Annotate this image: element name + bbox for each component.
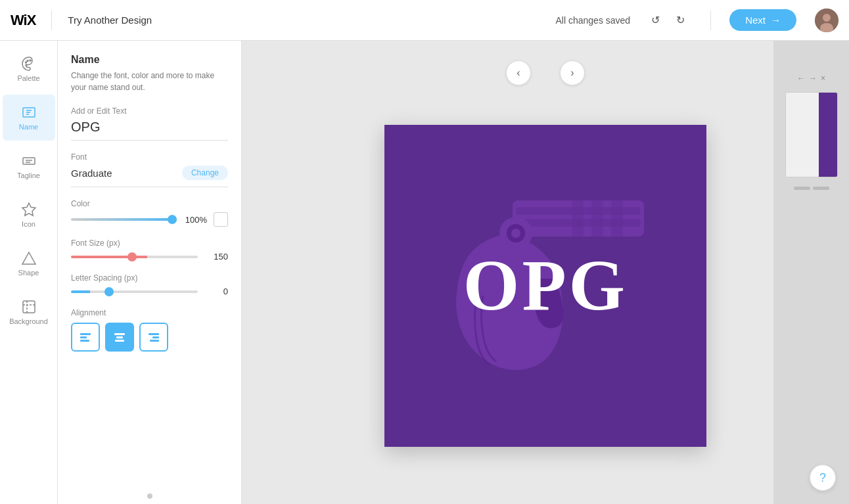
device-bottom-bars (794, 187, 829, 190)
change-font-button[interactable]: Change (182, 166, 228, 180)
prev-design-button[interactable]: ‹ (506, 60, 531, 85)
device-content (786, 93, 819, 177)
font-section: Font Graduate Change (71, 152, 228, 187)
preview-next[interactable]: → (809, 74, 817, 83)
palette-icon (21, 56, 37, 72)
preview-close[interactable]: × (821, 74, 825, 83)
alignment-label: Alignment (71, 308, 228, 317)
panel-resize-handle[interactable] (147, 493, 152, 499)
wix-logo: WiX (11, 12, 35, 29)
redo-button[interactable]: ↻ (671, 11, 689, 30)
svg-point-5 (27, 60, 28, 62)
align-right-icon (147, 331, 160, 344)
undo-button[interactable]: ↺ (646, 11, 664, 30)
color-percent-value: 100% (183, 215, 207, 225)
font-size-slider[interactable] (71, 256, 198, 258)
header: WiX Try Another Design All changes saved… (0, 0, 849, 41)
user-avatar[interactable] (815, 9, 838, 32)
letter-spacing-section: Letter Spacing (px) 0 (71, 273, 228, 296)
add-edit-label: Add or Edit Text (71, 106, 228, 116)
font-size-section: Font Size (px) 150 (71, 239, 228, 262)
svg-rect-16 (80, 333, 91, 335)
sidebar-item-name[interactable]: Name (3, 95, 55, 141)
right-preview-panel: ← → × (773, 41, 849, 504)
name-label: Name (19, 123, 38, 131)
color-section: Color 100% (71, 199, 228, 227)
prev-arrow-icon: ‹ (516, 67, 520, 79)
color-swatch[interactable] (214, 212, 228, 227)
align-left-button[interactable] (71, 323, 100, 352)
next-label: Next (745, 14, 766, 26)
help-button[interactable]: ? (810, 465, 836, 491)
main-layout: Palette Name Tagline Icon (0, 41, 849, 504)
logo-card: OPG (384, 125, 706, 447)
avatar-image (815, 9, 838, 32)
panel-description: Change the font, color and more to make … (71, 70, 228, 93)
svg-point-33 (511, 229, 520, 238)
align-left-icon (79, 331, 92, 344)
svg-point-4 (25, 62, 26, 63)
font-size-label: Font Size (px) (71, 239, 228, 248)
header-divider (51, 11, 52, 30)
svg-rect-24 (150, 340, 159, 342)
logo-text: OPG (463, 244, 628, 327)
svg-rect-18 (80, 340, 89, 342)
device-purple-bar (819, 93, 837, 177)
background-label: Background (9, 317, 48, 325)
undo-redo-controls: ↺ ↻ (646, 11, 689, 30)
svg-rect-29 (591, 200, 603, 237)
color-slider-row: 100% (71, 212, 228, 227)
help-icon: ? (819, 471, 826, 485)
text-input-section: Add or Edit Text (71, 106, 228, 141)
svg-rect-23 (152, 336, 159, 338)
shape-label: Shape (18, 269, 39, 277)
sidebar: Palette Name Tagline Icon (0, 41, 58, 504)
font-size-value: 150 (204, 252, 228, 262)
canvas-area: ‹ › (242, 41, 849, 504)
panel-title: Name (71, 54, 228, 66)
name-text-input[interactable] (71, 120, 228, 141)
next-design-button[interactable]: › (560, 60, 585, 85)
name-icon (21, 104, 37, 120)
svg-point-6 (30, 60, 31, 61)
font-row: Graduate Change (71, 166, 228, 187)
sidebar-item-icon[interactable]: Icon (3, 192, 55, 238)
header-right-divider (710, 11, 711, 30)
next-arrow-icon: → (771, 14, 781, 26)
svg-rect-22 (149, 333, 159, 335)
svg-marker-14 (22, 203, 35, 216)
sidebar-item-palette[interactable]: Palette (3, 46, 55, 92)
icon-label: Icon (22, 220, 35, 228)
svg-rect-17 (80, 336, 87, 338)
letter-spacing-slider[interactable] (71, 290, 198, 293)
bar-1 (794, 187, 810, 190)
icon-icon (21, 202, 37, 218)
svg-rect-28 (572, 200, 584, 237)
alignment-buttons (71, 323, 228, 352)
color-slider[interactable] (71, 218, 177, 221)
next-button[interactable]: Next → (729, 9, 796, 31)
letter-spacing-slider-row: 0 (71, 286, 228, 296)
preview-prev[interactable]: ← (797, 74, 805, 83)
svg-rect-20 (116, 336, 123, 338)
svg-rect-11 (23, 158, 35, 164)
edit-panel: Name Change the font, color and more to … (58, 41, 242, 504)
svg-rect-21 (115, 340, 124, 342)
align-right-button[interactable] (139, 323, 168, 352)
shape-icon (21, 250, 37, 266)
tagline-icon (21, 153, 37, 169)
bar-2 (813, 187, 829, 190)
svg-point-3 (26, 64, 27, 66)
sidebar-item-background[interactable]: Background (3, 289, 55, 335)
svg-rect-15 (23, 301, 35, 313)
font-label: Font (71, 152, 228, 162)
letter-spacing-value: 0 (204, 286, 228, 296)
svg-rect-19 (114, 333, 125, 335)
sidebar-item-shape[interactable]: Shape (3, 241, 55, 286)
align-center-button[interactable] (105, 323, 134, 352)
sidebar-item-tagline[interactable]: Tagline (3, 143, 55, 189)
svg-rect-30 (611, 200, 623, 237)
tagline-label: Tagline (17, 172, 40, 179)
align-center-icon (113, 331, 126, 344)
save-status: All changes saved (556, 15, 631, 26)
